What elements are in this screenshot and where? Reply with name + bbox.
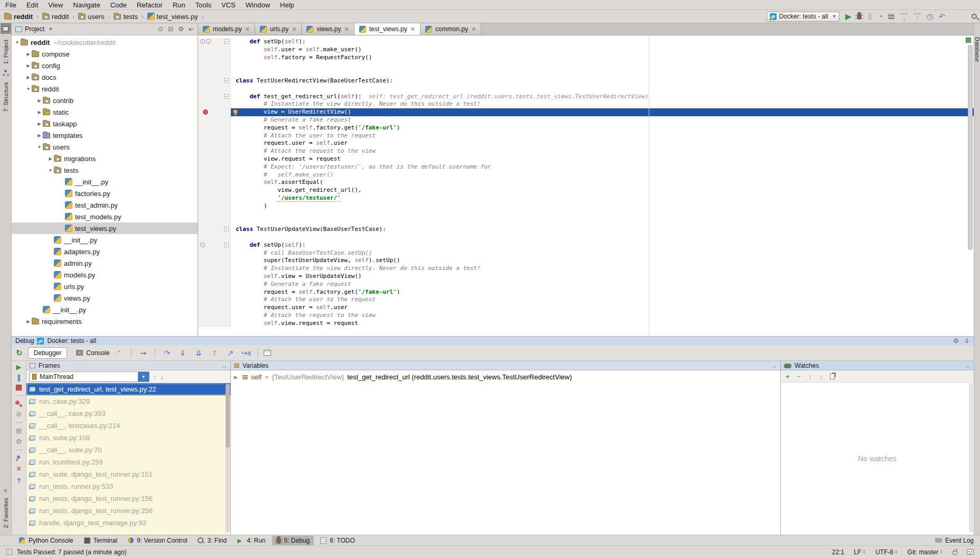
- gutter-cell[interactable]: ↑−: [198, 241, 231, 249]
- code-line[interactable]: [198, 69, 974, 77]
- toolwindow-button-6-todo[interactable]: 6: TODO: [316, 536, 359, 545]
- gutter-cell[interactable]: [198, 163, 231, 171]
- coverage-icon[interactable]: ⣿: [867, 13, 872, 20]
- add-watch-icon[interactable]: +: [786, 373, 790, 380]
- gutter-cell[interactable]: [198, 100, 231, 108]
- status-item-utf-8[interactable]: UTF-8⇕: [875, 548, 898, 556]
- code-line[interactable]: −class TestUserRedirectView(BaseUserTest…: [198, 77, 974, 85]
- tab-urls-py[interactable]: urls.py✕: [255, 23, 302, 35]
- pin-tab-icon[interactable]: [16, 455, 22, 461]
- gutter-cell[interactable]: [198, 108, 231, 116]
- code-line[interactable]: self.user = self.make_user(): [198, 46, 974, 54]
- gutter-cell[interactable]: [198, 46, 231, 54]
- close-icon[interactable]: ✕: [471, 26, 476, 32]
- code-line[interactable]: self.view = UserUpdateView(): [198, 273, 974, 281]
- gear-icon[interactable]: ⚙: [953, 337, 959, 345]
- breadcrumb-item[interactable]: reddit: [42, 13, 69, 21]
- stack-frame-row[interactable]: __call__, testcases.py:214: [26, 420, 230, 432]
- override-marker[interactable]: ↑: [200, 243, 205, 247]
- pause-icon[interactable]: ∥: [17, 374, 21, 381]
- tree-item-reddit[interactable]: ▼reddit ~/cookiecutter/reddit: [12, 36, 198, 48]
- chevron-down-icon[interactable]: ▼: [138, 372, 149, 382]
- code-line[interactable]: request.user = self.user: [198, 304, 974, 312]
- remove-watch-icon[interactable]: −: [797, 373, 801, 380]
- code-line[interactable]: self.view.request = request: [198, 320, 974, 328]
- tree-item-taskapp[interactable]: ▶taskapp: [12, 118, 198, 129]
- close-icon[interactable]: ✕: [292, 26, 296, 32]
- code-line[interactable]: # Expect: '/users/testuser/', as that is…: [198, 163, 974, 171]
- thread-selector[interactable]: MainThread ▼: [29, 371, 150, 382]
- toolwindow-button-3-find[interactable]: 3: Find: [193, 536, 231, 545]
- tree-arrow-icon[interactable]: ▼: [14, 40, 21, 45]
- code-line[interactable]: # Attach the user to the request: [198, 132, 974, 140]
- override-markers[interactable]: ↑↓: [200, 39, 211, 44]
- stack-frame-row[interactable]: run, tcunittest.py:259: [26, 456, 230, 468]
- sidebar-tab-project[interactable]: 1: Project: [3, 40, 9, 64]
- code-line[interactable]: # Instantiate the view directly. Never d…: [198, 100, 974, 108]
- tab-debugger[interactable]: Debugger: [28, 347, 68, 359]
- gutter-cell[interactable]: [198, 257, 231, 265]
- fold-icon[interactable]: −: [224, 243, 229, 247]
- tree-item-models.py[interactable]: models.py: [12, 269, 198, 281]
- menu-run[interactable]: Run: [173, 1, 185, 9]
- show-execution-point-icon[interactable]: ⇝: [137, 349, 150, 357]
- code-line[interactable]: self.assertEqual(: [198, 179, 974, 187]
- tree-item-test_admin.py[interactable]: test_admin.py: [12, 199, 198, 211]
- menu-help[interactable]: Help: [280, 1, 294, 9]
- frame-down-icon[interactable]: ↓: [161, 373, 164, 381]
- gutter-cell[interactable]: [198, 320, 231, 328]
- tree-item-__init__.py[interactable]: __init__.py: [12, 304, 198, 315]
- gutter-cell[interactable]: [198, 273, 231, 281]
- profiler-icon[interactable]: ◔: [878, 13, 882, 20]
- tab-common-py[interactable]: common.py✕: [421, 23, 481, 35]
- mute-breakpoints-icon[interactable]: ⊘: [16, 411, 22, 417]
- duplicate-watch-icon[interactable]: [830, 374, 835, 379]
- breakpoint-icon[interactable]: [203, 109, 208, 115]
- menu-tools[interactable]: Tools: [195, 1, 211, 9]
- code-line[interactable]: − def test_get_redirect_url(self): self:…: [198, 93, 974, 101]
- chevron-down-icon[interactable]: ▼: [48, 26, 53, 32]
- tree-item-docs[interactable]: ▶docs: [12, 71, 198, 83]
- tree-arrow-icon[interactable]: ▶: [47, 156, 54, 161]
- menu-view[interactable]: View: [48, 1, 63, 9]
- gutter-cell[interactable]: [198, 289, 231, 296]
- tree-arrow-icon[interactable]: ▼: [36, 145, 43, 150]
- step-into-icon[interactable]: ⇓: [176, 349, 189, 357]
- tree-arrow-icon[interactable]: ▶: [36, 133, 43, 138]
- move-up-icon[interactable]: ↑: [808, 373, 812, 380]
- tree-item-compose[interactable]: ▶compose: [12, 48, 198, 60]
- frame-up-icon[interactable]: ↑: [153, 373, 157, 381]
- gutter-cell[interactable]: [198, 218, 231, 226]
- editor-scrollbar[interactable]: [968, 45, 973, 250]
- code-line[interactable]: # self.make_user(): [198, 171, 974, 179]
- frames-scrollbar[interactable]: [226, 384, 230, 533]
- gutter-cell[interactable]: [198, 296, 231, 304]
- code-line[interactable]: ↑↓− def setUp(self):: [198, 38, 974, 46]
- code-line[interactable]: request = self.factory.get('/fake-url'): [198, 289, 974, 296]
- stack-frame-row[interactable]: __call__, case.py:393: [26, 407, 230, 420]
- code-line[interactable]: # Instantiate the view directly. Never d…: [198, 265, 974, 273]
- sidebar-tab-favorites[interactable]: ★ 2: Favorites: [3, 487, 9, 532]
- gutter-cell[interactable]: [198, 54, 231, 62]
- tree-item-requirements[interactable]: ▶requirements: [12, 315, 198, 327]
- tab-console[interactable]: ≡ Console →*: [70, 347, 126, 359]
- gutter-cell[interactable]: [198, 124, 231, 132]
- code-line[interactable]: # call BaseUserTestCase.setUp(): [198, 249, 974, 257]
- stack-frame-row[interactable]: run_suite, django_test_runner.py:151: [26, 468, 230, 480]
- expand-arrow-icon[interactable]: ▶: [234, 375, 239, 380]
- tree-item-factories.py[interactable]: factories.py: [12, 188, 198, 199]
- status-item-lf[interactable]: LF⇕: [854, 548, 866, 556]
- code-line[interactable]: [198, 234, 974, 241]
- evaluate-expression-icon[interactable]: [264, 350, 271, 356]
- tree-arrow-icon[interactable]: ▶: [25, 319, 32, 324]
- toolwindow-button-python-console[interactable]: Python Console: [15, 536, 78, 545]
- stack-frame-row[interactable]: run_tests, django_test_runner.py:256: [26, 505, 230, 517]
- rerun-icon[interactable]: ↻: [16, 348, 23, 358]
- tree-item-users[interactable]: ▼users: [12, 141, 198, 153]
- tree-item-tests[interactable]: ▼tests: [12, 164, 198, 176]
- tree-item-migrations[interactable]: ▶migrations: [12, 153, 198, 164]
- stack-frame-row[interactable]: run, case.py:329: [26, 395, 230, 407]
- hector-icon[interactable]: [967, 549, 974, 555]
- gutter-cell[interactable]: −: [198, 226, 231, 234]
- toolwindow-button-terminal[interactable]: Terminal: [80, 536, 122, 545]
